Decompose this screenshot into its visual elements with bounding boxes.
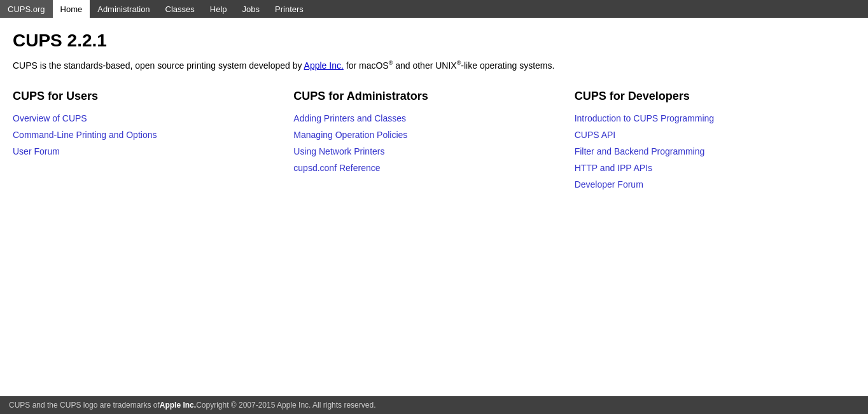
- nav-classes[interactable]: Classes: [158, 0, 202, 18]
- list-item: Overview of CUPS: [13, 113, 281, 123]
- content-columns: CUPS for Users Overview of CUPS Command-…: [13, 90, 855, 196]
- nav-home[interactable]: Home: [53, 0, 90, 18]
- footer-brand: Apple Inc.: [160, 401, 196, 410]
- column-admins-heading: CUPS for Administrators: [293, 90, 561, 103]
- link-cupsd-conf[interactable]: cupsd.conf Reference: [293, 163, 380, 173]
- list-item: Filter and Backend Programming: [575, 146, 843, 156]
- list-item: Managing Operation Policies: [293, 130, 561, 140]
- apple-inc-link[interactable]: Apple Inc.: [304, 60, 344, 71]
- page-title: CUPS 2.2.1: [13, 31, 855, 51]
- nav-brand[interactable]: CUPS.org: [0, 0, 53, 18]
- intro-text-before: CUPS is the standards-based, open source…: [13, 60, 304, 71]
- link-http-ipp[interactable]: HTTP and IPP APIs: [575, 163, 652, 173]
- column-developers-heading: CUPS for Developers: [575, 90, 843, 103]
- link-network-printers[interactable]: Using Network Printers: [293, 146, 384, 156]
- main-nav: CUPS.org Home Administration Classes Hel…: [0, 0, 868, 18]
- list-item: User Forum: [13, 146, 281, 156]
- nav-help[interactable]: Help: [202, 0, 235, 18]
- list-item: Using Network Printers: [293, 146, 561, 156]
- column-admins-list: Adding Printers and Classes Managing Ope…: [293, 113, 561, 173]
- link-command-line-printing[interactable]: Command-Line Printing and Options: [13, 130, 157, 140]
- link-adding-printers[interactable]: Adding Printers and Classes: [293, 113, 406, 123]
- footer-text-after: Copyright © 2007-2015 Apple Inc. All rig…: [196, 401, 375, 410]
- intro-text-mid: and other UNIX: [393, 60, 456, 71]
- link-intro-cups-programming[interactable]: Introduction to CUPS Programming: [575, 113, 714, 123]
- intro-text-suffix: for macOS: [344, 60, 389, 71]
- page-footer: CUPS and the CUPS logo are trademarks of…: [0, 396, 868, 414]
- list-item: cupsd.conf Reference: [293, 163, 561, 173]
- intro-text-end: -like operating systems.: [461, 60, 554, 71]
- list-item: Command-Line Printing and Options: [13, 130, 281, 140]
- column-users-list: Overview of CUPS Command-Line Printing a…: [13, 113, 281, 156]
- list-item: Developer Forum: [575, 179, 843, 190]
- link-overview-cups[interactable]: Overview of CUPS: [13, 113, 87, 123]
- column-developers-list: Introduction to CUPS Programming CUPS AP…: [575, 113, 843, 190]
- column-admins: CUPS for Administrators Adding Printers …: [293, 90, 574, 196]
- list-item: Introduction to CUPS Programming: [575, 113, 843, 123]
- link-developer-forum[interactable]: Developer Forum: [575, 179, 643, 190]
- list-item: Adding Printers and Classes: [293, 113, 561, 123]
- column-users: CUPS for Users Overview of CUPS Command-…: [13, 90, 293, 196]
- column-developers: CUPS for Developers Introduction to CUPS…: [575, 90, 855, 196]
- list-item: CUPS API: [575, 130, 843, 140]
- link-managing-policies[interactable]: Managing Operation Policies: [293, 130, 407, 140]
- main-content: CUPS 2.2.1 CUPS is the standards-based, …: [0, 18, 868, 396]
- link-cups-api[interactable]: CUPS API: [575, 130, 616, 140]
- nav-administration[interactable]: Administration: [90, 0, 157, 18]
- footer-text-before: CUPS and the CUPS logo are trademarks of: [9, 401, 160, 410]
- link-filter-backend[interactable]: Filter and Backend Programming: [575, 146, 705, 156]
- nav-printers[interactable]: Printers: [267, 0, 311, 18]
- nav-jobs[interactable]: Jobs: [235, 0, 267, 18]
- intro-paragraph: CUPS is the standards-based, open source…: [13, 60, 855, 71]
- column-users-heading: CUPS for Users: [13, 90, 281, 103]
- link-user-forum[interactable]: User Forum: [13, 146, 60, 156]
- list-item: HTTP and IPP APIs: [575, 163, 843, 173]
